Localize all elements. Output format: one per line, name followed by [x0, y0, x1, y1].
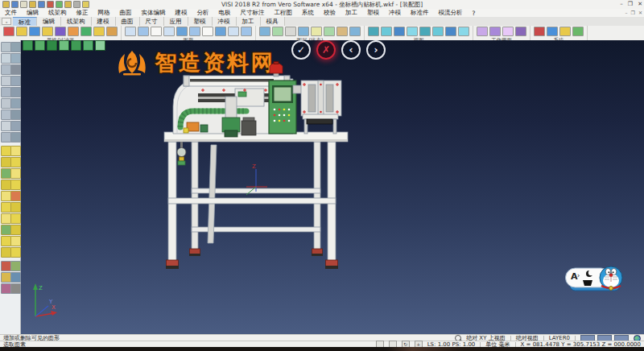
toolbar-tab-2[interactable]: 线架构 — [61, 17, 92, 26]
wireframe-tool-icon[interactable] — [10, 132, 21, 142]
menu-item-3[interactable]: 修正 — [72, 9, 93, 17]
toolbar-tab-9[interactable]: 加工 — [237, 17, 261, 26]
doc-restore-button[interactable]: ❐ — [631, 9, 635, 17]
ribbon-tool-icon[interactable] — [458, 27, 469, 36]
ribbon-tool-icon[interactable] — [572, 27, 584, 36]
viewport-3d[interactable]: ✓ ✗ ‹ › 智造资料网 — [21, 40, 644, 334]
menu-item-7[interactable]: 建模 — [171, 9, 192, 17]
ribbon-tool-icon[interactable] — [547, 27, 558, 36]
menu-item-1[interactable]: 编辑 — [22, 9, 43, 17]
menu-item-4[interactable]: 网格 — [93, 9, 115, 17]
doc-close-button[interactable]: ✕ — [638, 9, 642, 17]
ribbon-tool-icon[interactable] — [432, 27, 444, 36]
ribbon-tool-icon[interactable] — [311, 27, 322, 36]
sketch-tool-icon[interactable] — [10, 191, 21, 201]
menu-item-0[interactable]: 文件 — [0, 9, 22, 17]
menu-item-2[interactable]: 线架构 — [43, 9, 72, 17]
ribbon-tool-icon[interactable] — [42, 27, 53, 36]
wireframe-tool-icon[interactable] — [10, 98, 21, 109]
snap-tool-icon[interactable] — [23, 40, 33, 51]
wireframe-tool-icon[interactable] — [10, 76, 21, 86]
sketch-tool-icon[interactable] — [10, 213, 21, 224]
ribbon-tool-icon[interactable] — [489, 27, 501, 36]
menu-item-17[interactable]: 标准件 — [406, 9, 434, 17]
ribbon-tool-icon[interactable] — [29, 27, 40, 36]
ribbon-tool-icon[interactable] — [381, 27, 392, 36]
toolbar-tab-4[interactable]: 曲面 — [116, 17, 140, 26]
cancel-button[interactable]: ✗ — [316, 40, 336, 60]
ribbon-tool-icon[interactable] — [298, 27, 309, 36]
maximize-button[interactable]: ❐ — [628, 0, 633, 9]
wireframe-tool-icon[interactable] — [10, 87, 21, 97]
snap-tool-icon[interactable] — [71, 40, 81, 51]
ribbon-tool-icon[interactable] — [272, 27, 283, 36]
ribbon-tool-icon[interactable] — [368, 27, 379, 36]
ribbon-tool-icon[interactable] — [16, 27, 27, 36]
sketch-tool-icon[interactable] — [10, 247, 21, 258]
snap-tool-icon[interactable] — [83, 40, 93, 51]
ribbon-tool-icon[interactable] — [407, 27, 418, 36]
ribbon-tool-icon[interactable] — [477, 27, 488, 36]
ribbon-tool-icon[interactable] — [151, 27, 162, 36]
toolbar-collapse-button[interactable]: - — [2, 18, 11, 25]
edit-tool-icon[interactable] — [10, 261, 21, 271]
menu-item-15[interactable]: 塑模 — [362, 9, 384, 17]
edit-tool-icon[interactable] — [10, 283, 21, 294]
sketch-tool-icon[interactable] — [10, 202, 21, 213]
toolbar-tab-5[interactable]: 尺寸 — [140, 17, 164, 26]
sketch-tool-icon[interactable] — [10, 168, 21, 179]
menu-item-12[interactable]: 系统 — [297, 9, 319, 17]
menu-item-18[interactable]: 模流分析 — [434, 9, 468, 17]
next-button[interactable]: › — [366, 40, 386, 60]
sketch-tool-icon[interactable] — [10, 236, 21, 246]
ribbon-tool-icon[interactable] — [138, 27, 149, 36]
snap-tool-icon[interactable] — [59, 40, 69, 51]
ribbon-tool-icon[interactable] — [534, 27, 545, 36]
ribbon-tool-icon[interactable] — [559, 27, 571, 36]
ribbon-tool-icon[interactable] — [259, 27, 270, 36]
ribbon-tool-icon[interactable] — [125, 27, 136, 36]
menu-item-11[interactable]: 工程图 — [270, 9, 298, 17]
sketch-tool-icon[interactable] — [10, 225, 21, 235]
ime-toolbar[interactable]: A › — [565, 264, 625, 293]
doc-minimize-button[interactable]: – — [625, 9, 628, 17]
ribbon-tool-icon[interactable] — [3, 27, 14, 36]
toolbar-tab-10[interactable]: 模具 — [261, 17, 285, 26]
ribbon-tool-icon[interactable] — [349, 27, 361, 36]
wireframe-tool-icon[interactable] — [10, 53, 21, 64]
ribbon-tool-icon[interactable] — [93, 27, 105, 36]
menu-item-13[interactable]: 校验 — [319, 9, 341, 17]
toolbar-tab-7[interactable]: 塑模 — [188, 17, 213, 26]
ribbon-tool-icon[interactable] — [336, 27, 348, 36]
ribbon-tool-icon[interactable] — [106, 27, 118, 36]
snap-tool-icon[interactable] — [35, 40, 45, 51]
wireframe-tool-icon[interactable] — [10, 109, 21, 120]
ribbon-tool-icon[interactable] — [228, 27, 239, 36]
menu-item-10[interactable]: 尺寸标注 — [236, 9, 270, 17]
previous-button[interactable]: ‹ — [341, 40, 361, 60]
ribbon-tool-icon[interactable] — [285, 27, 296, 36]
ribbon-tool-icon[interactable] — [215, 27, 226, 36]
toolbar-tab-8[interactable]: 冲模 — [213, 17, 237, 26]
ribbon-tool-icon[interactable] — [502, 27, 514, 36]
ribbon-tool-icon[interactable] — [419, 27, 431, 36]
ribbon-tool-icon[interactable] — [241, 27, 252, 36]
edit-tool-icon[interactable] — [10, 272, 21, 283]
menu-item-8[interactable]: 分析 — [192, 9, 214, 17]
toolbar-tab-6[interactable]: 应用 — [164, 17, 188, 26]
sketch-tool-icon[interactable] — [10, 157, 21, 167]
ribbon-tool-icon[interactable] — [324, 27, 335, 36]
menu-item-16[interactable]: 冲模 — [384, 9, 406, 17]
sketch-tool-icon[interactable] — [10, 180, 21, 190]
ribbon-tool-icon[interactable] — [55, 27, 66, 36]
menu-item-19[interactable]: ? — [468, 10, 481, 17]
menu-item-14[interactable]: 加工 — [341, 9, 362, 17]
ribbon-tool-icon[interactable] — [515, 27, 526, 36]
ribbon-tool-icon[interactable] — [189, 27, 200, 36]
toolbar-tab-3[interactable]: 建模 — [92, 17, 116, 26]
ribbon-tool-icon[interactable] — [176, 27, 188, 36]
minimize-button[interactable]: – — [620, 0, 623, 9]
ribbon-tool-icon[interactable] — [68, 27, 79, 36]
sketch-tool-icon[interactable] — [10, 146, 21, 156]
confirm-button[interactable]: ✓ — [291, 40, 311, 60]
